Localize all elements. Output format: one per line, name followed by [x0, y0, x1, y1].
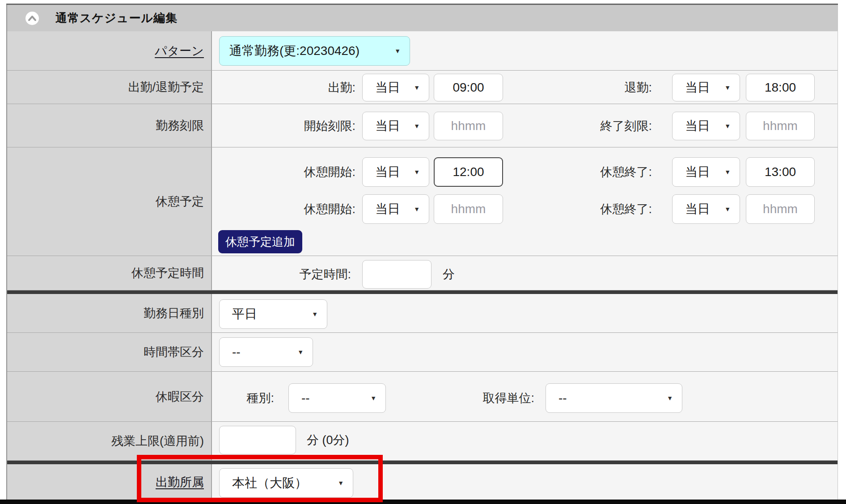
workday-type-select[interactable]: 平日 ▼ [219, 299, 327, 329]
thick-separator [7, 290, 838, 294]
row-clock-schedule: 出勤/退勤予定 出勤: 当日 ▼ 退勤: 当日 ▼ [7, 71, 838, 104]
thick-separator [7, 461, 838, 464]
clock-out-label: 退勤: [507, 74, 652, 101]
break2-start-time-input[interactable] [434, 194, 503, 224]
break1-end-day-select[interactable]: 当日 ▼ [672, 157, 740, 187]
leave-unit-select[interactable]: -- ▼ [546, 383, 682, 413]
row-break-schedule: 休憩予定 休憩開始: 当日 ▼ 休憩終了: 当日 ▼ 休憩開始: 当日 [7, 147, 838, 256]
row-workday-type: 勤務日種別 平日 ▼ [7, 294, 838, 333]
clock-schedule-row-label: 出勤/退勤予定 [7, 71, 212, 104]
row-leave-category: 休暇区分 種別: -- ▼ 取得単位: -- ▼ [7, 372, 838, 422]
end-limit-label: 終了刻限: [507, 112, 652, 140]
break1-end-time-input[interactable] [746, 157, 815, 187]
overtime-limit-unit: 分 (0分) [307, 426, 349, 454]
timezone-category-select[interactable]: -- ▼ [219, 337, 313, 367]
overtime-limit-row-label: 残業上限(適用前) [7, 422, 212, 460]
row-attendance-dept: 出勤所属 本社（大阪） ▼ [7, 464, 838, 500]
caret-down-icon: ▼ [414, 206, 420, 213]
section-title: 通常スケジュール編集 [55, 10, 178, 26]
pattern-select[interactable]: 通常勤務(更:20230426) ▼ [219, 36, 410, 66]
attendance-dept-label-link[interactable]: 出勤所属 [156, 474, 204, 490]
clock-out-day-select[interactable]: 当日 ▼ [672, 74, 740, 101]
caret-down-icon: ▼ [724, 122, 731, 130]
clock-in-day-select[interactable]: 当日 ▼ [362, 74, 429, 101]
overtime-limit-input[interactable] [219, 426, 296, 454]
break-schedule-row-label: 休憩予定 [7, 147, 212, 256]
pattern-label-link[interactable]: パターン [155, 43, 204, 59]
pattern-select-value: 通常勤務(更:20230426) [220, 42, 360, 59]
attendance-dept-content-cell: 本社（大阪） ▼ [212, 464, 838, 500]
end-limit-day-select[interactable]: 当日 ▼ [672, 112, 740, 140]
caret-down-icon: ▼ [297, 349, 304, 356]
planned-time-unit: 分 [443, 260, 455, 289]
break2-start-label: 休憩開始: [212, 194, 355, 224]
workday-type-content-cell: 平日 ▼ [212, 294, 838, 332]
break-total-row-label: 休憩予定時間 [7, 256, 212, 290]
schedule-edit-panel: 通常スケジュール編集 パターン 通常勤務(更:20230426) ▼ 出勤/退勤… [6, 5, 838, 500]
start-limit-label: 開始刻限: [212, 112, 355, 140]
row-work-limits: 勤務刻限 開始刻限: 当日 ▼ 終了刻限: 当日 ▼ [7, 104, 838, 147]
break2-end-day-select[interactable]: 当日 ▼ [672, 194, 740, 224]
leave-category-content-cell: 種別: -- ▼ 取得単位: -- ▼ [212, 372, 838, 421]
row-break-total: 休憩予定時間 予定時間: 分 [7, 256, 838, 290]
work-limits-row-label: 勤務刻限 [7, 104, 212, 147]
leave-category-row-label: 休暇区分 [7, 372, 212, 421]
caret-down-icon: ▼ [414, 84, 420, 91]
break2-end-time-input[interactable] [746, 194, 815, 224]
row-pattern: パターン 通常勤務(更:20230426) ▼ [7, 31, 838, 71]
caret-down-icon: ▼ [667, 395, 673, 402]
break1-end-label: 休憩終了: [507, 157, 652, 187]
timezone-category-content-cell: -- ▼ [212, 333, 838, 371]
leave-unit-label: 取得単位: [400, 383, 534, 413]
break1-start-time-input[interactable] [434, 157, 503, 187]
break2-end-label: 休憩終了: [507, 194, 652, 224]
clock-out-time-input[interactable] [746, 74, 815, 101]
break-schedule-content-cell: 休憩開始: 当日 ▼ 休憩終了: 当日 ▼ 休憩開始: 当日 ▼ [212, 147, 838, 256]
leave-type-label: 種別: [212, 383, 274, 413]
planned-time-input[interactable] [362, 260, 431, 289]
pattern-content-cell: 通常勤務(更:20230426) ▼ [212, 31, 838, 70]
caret-down-icon: ▼ [312, 311, 318, 318]
row-timezone-category: 時間帯区分 -- ▼ [7, 333, 838, 372]
caret-down-icon: ▼ [394, 47, 401, 55]
row-overtime-limit: 残業上限(適用前) 分 (0分) [7, 422, 838, 461]
work-limits-content-cell: 開始刻限: 当日 ▼ 終了刻限: 当日 ▼ [212, 104, 838, 147]
break1-start-day-select[interactable]: 当日 ▼ [362, 157, 429, 187]
pattern-row-label-cell: パターン [7, 31, 212, 70]
caret-down-icon: ▼ [724, 168, 731, 176]
start-limit-time-input[interactable] [434, 112, 503, 140]
caret-down-icon: ▼ [414, 122, 420, 130]
end-limit-time-input[interactable] [746, 112, 815, 140]
section-header: 通常スケジュール編集 [7, 5, 838, 31]
caret-down-icon: ▼ [724, 84, 731, 91]
caret-down-icon: ▼ [338, 479, 344, 487]
attendance-dept-select[interactable]: 本社（大阪） ▼ [219, 468, 353, 498]
start-limit-day-select[interactable]: 当日 ▼ [362, 112, 429, 140]
caret-down-icon: ▼ [414, 168, 420, 176]
break2-start-day-select[interactable]: 当日 ▼ [362, 194, 429, 224]
caret-down-icon: ▼ [724, 206, 731, 213]
attendance-dept-row-label-cell: 出勤所属 [7, 464, 212, 500]
clock-schedule-content-cell: 出勤: 当日 ▼ 退勤: 当日 ▼ [212, 71, 838, 104]
caret-down-icon: ▼ [370, 395, 376, 402]
leave-type-select[interactable]: -- ▼ [288, 383, 386, 413]
add-break-button[interactable]: 休憩予定追加 [218, 230, 302, 253]
overtime-limit-content-cell: 分 (0分) [212, 422, 838, 460]
planned-time-label: 予定時間: [212, 260, 351, 289]
break1-start-label: 休憩開始: [212, 157, 355, 187]
clock-in-time-input[interactable] [434, 74, 503, 101]
collapse-chevron-up-icon[interactable] [25, 11, 39, 25]
schedule-edit-page: 通常スケジュール編集 パターン 通常勤務(更:20230426) ▼ 出勤/退勤… [0, 0, 846, 504]
clock-in-label: 出勤: [212, 74, 355, 101]
workday-type-row-label: 勤務日種別 [7, 294, 212, 332]
bottom-edge-bar [0, 500, 846, 504]
timezone-category-row-label: 時間帯区分 [7, 333, 212, 371]
break-total-content-cell: 予定時間: 分 [212, 256, 838, 290]
